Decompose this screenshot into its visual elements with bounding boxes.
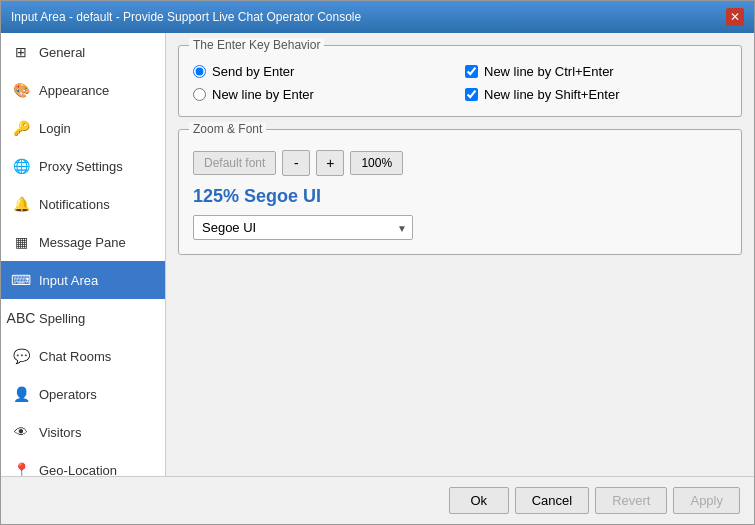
- notifications-icon: 🔔: [11, 194, 31, 214]
- sidebar-item-chat-rooms[interactable]: 💬Chat Rooms: [1, 337, 165, 375]
- geo-location-icon: 📍: [11, 460, 31, 476]
- radio-new-line-by-enter[interactable]: New line by Enter: [193, 87, 455, 102]
- visitors-icon: 👁: [11, 422, 31, 442]
- sidebar-label-login: Login: [39, 121, 71, 136]
- sidebar-label-appearance: Appearance: [39, 83, 109, 98]
- sidebar-item-input-area[interactable]: ⌨Input Area: [1, 261, 165, 299]
- spelling-icon: ABC: [11, 308, 31, 328]
- content-area: The Enter Key Behavior Send by Enter New…: [166, 33, 754, 476]
- sidebar-label-operators: Operators: [39, 387, 97, 402]
- sidebar: ⊞General🎨Appearance🔑Login🌐Proxy Settings…: [1, 33, 166, 476]
- radio-send-enter-label: Send by Enter: [212, 64, 294, 79]
- operators-icon: 👤: [11, 384, 31, 404]
- sidebar-label-input-area: Input Area: [39, 273, 98, 288]
- sidebar-label-message-pane: Message Pane: [39, 235, 126, 250]
- zoom-controls: Default font - + 100%: [193, 150, 727, 176]
- font-select[interactable]: Segoe UIArialTimes New RomanVerdanaTahom…: [193, 215, 413, 240]
- enter-key-title: The Enter Key Behavior: [189, 38, 324, 52]
- sidebar-label-chat-rooms: Chat Rooms: [39, 349, 111, 364]
- input-area-icon: ⌨: [11, 270, 31, 290]
- chat-rooms-icon: 💬: [11, 346, 31, 366]
- login-icon: 🔑: [11, 118, 31, 138]
- sidebar-item-message-pane[interactable]: ▦Message Pane: [1, 223, 165, 261]
- font-size-display: 125% Segoe UI: [193, 186, 727, 207]
- radio-newline-enter-label: New line by Enter: [212, 87, 314, 102]
- sidebar-item-notifications[interactable]: 🔔Notifications: [1, 185, 165, 223]
- main-window: Input Area - default - Provide Support L…: [0, 0, 755, 525]
- checkbox-ctrl-input[interactable]: [465, 65, 478, 78]
- sidebar-item-login[interactable]: 🔑Login: [1, 109, 165, 147]
- checkbox-ctrl-enter[interactable]: New line by Ctrl+Enter: [465, 64, 727, 79]
- window-title: Input Area - default - Provide Support L…: [11, 10, 361, 24]
- zoom-font-group: Zoom & Font Default font - + 100% 125% S…: [178, 129, 742, 255]
- message-pane-icon: ▦: [11, 232, 31, 252]
- sidebar-item-geo-location[interactable]: 📍Geo-Location: [1, 451, 165, 476]
- radio-newline-enter-input[interactable]: [193, 88, 206, 101]
- sidebar-label-proxy-settings: Proxy Settings: [39, 159, 123, 174]
- enter-key-group: The Enter Key Behavior Send by Enter New…: [178, 45, 742, 117]
- sidebar-item-proxy-settings[interactable]: 🌐Proxy Settings: [1, 147, 165, 185]
- title-bar: Input Area - default - Provide Support L…: [1, 1, 754, 33]
- zoom-minus-button[interactable]: -: [282, 150, 310, 176]
- ok-button[interactable]: Ok: [449, 487, 509, 514]
- sidebar-item-spelling[interactable]: ABCSpelling: [1, 299, 165, 337]
- sidebar-item-general[interactable]: ⊞General: [1, 33, 165, 71]
- zoom-font-title: Zoom & Font: [189, 122, 266, 136]
- checkbox-shift-input[interactable]: [465, 88, 478, 101]
- zoom-percent-display: 100%: [350, 151, 403, 175]
- checkbox-shift-enter[interactable]: New line by Shift+Enter: [465, 87, 727, 102]
- sidebar-label-geo-location: Geo-Location: [39, 463, 117, 477]
- apply-button[interactable]: Apply: [673, 487, 740, 514]
- sidebar-label-visitors: Visitors: [39, 425, 81, 440]
- checkbox-ctrl-label: New line by Ctrl+Enter: [484, 64, 614, 79]
- radio-group: Send by Enter New line by Ctrl+Enter New…: [193, 64, 727, 102]
- sidebar-item-operators[interactable]: 👤Operators: [1, 375, 165, 413]
- proxy-settings-icon: 🌐: [11, 156, 31, 176]
- sidebar-label-spelling: Spelling: [39, 311, 85, 326]
- sidebar-item-visitors[interactable]: 👁Visitors: [1, 413, 165, 451]
- radio-send-enter-input[interactable]: [193, 65, 206, 78]
- zoom-plus-button[interactable]: +: [316, 150, 344, 176]
- revert-button[interactable]: Revert: [595, 487, 667, 514]
- font-select-wrapper: Segoe UIArialTimes New RomanVerdanaTahom…: [193, 215, 413, 240]
- sidebar-item-appearance[interactable]: 🎨Appearance: [1, 71, 165, 109]
- cancel-button[interactable]: Cancel: [515, 487, 589, 514]
- main-content: ⊞General🎨Appearance🔑Login🌐Proxy Settings…: [1, 33, 754, 476]
- radio-send-by-enter[interactable]: Send by Enter: [193, 64, 455, 79]
- default-font-button[interactable]: Default font: [193, 151, 276, 175]
- sidebar-label-notifications: Notifications: [39, 197, 110, 212]
- appearance-icon: 🎨: [11, 80, 31, 100]
- footer: Ok Cancel Revert Apply: [1, 476, 754, 524]
- close-button[interactable]: ✕: [726, 8, 744, 26]
- general-icon: ⊞: [11, 42, 31, 62]
- checkbox-shift-label: New line by Shift+Enter: [484, 87, 619, 102]
- sidebar-label-general: General: [39, 45, 85, 60]
